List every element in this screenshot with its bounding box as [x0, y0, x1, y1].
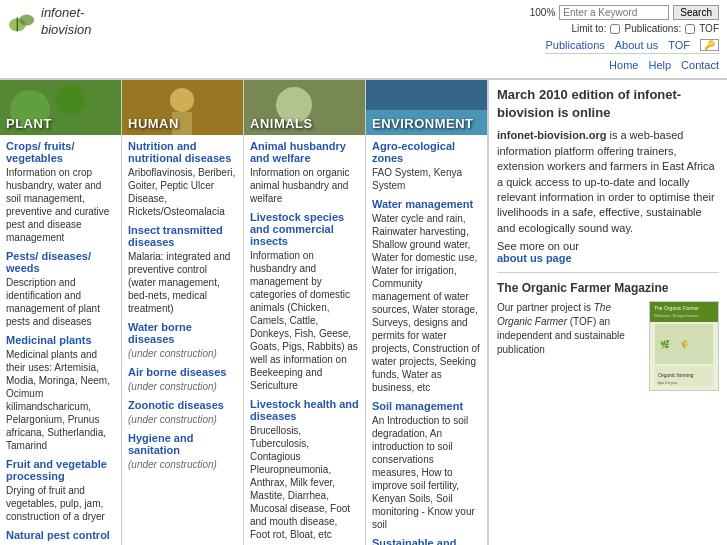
plant-text-4: Drying of fruit and vegetables, pulp, ja…: [6, 484, 115, 523]
organic-box: Our partner project is The Organic Farme…: [497, 301, 719, 391]
plant-column: PLANT Crops/ fruits/ vegetables Informat…: [0, 80, 122, 545]
nav-help[interactable]: Help: [648, 59, 671, 71]
top-right-area: 100% Search Limit to: Publications: TOF …: [530, 5, 719, 73]
march-title: March 2010 edition of infonet-biovision …: [497, 86, 719, 122]
animals-text-1: Information on organic animal husbandry …: [250, 166, 359, 205]
limit-label: Limit to:: [571, 23, 606, 34]
main-content: PLANT Crops/ fruits/ vegetables Informat…: [0, 79, 727, 545]
svg-text:The Organic Farmer: The Organic Farmer: [654, 305, 699, 311]
animals-label: ANIMALS: [250, 116, 313, 131]
animals-header: ANIMALS: [244, 80, 365, 135]
environment-content: Agro-ecological zones FAO System, Kenya …: [366, 135, 487, 545]
animals-column: ANIMALS Animal husbandry and welfare Inf…: [244, 80, 366, 545]
svg-text:tips for you: tips for you: [658, 380, 678, 385]
svg-text:🌿: 🌿: [660, 339, 670, 349]
human-header: HUMAN: [122, 80, 243, 135]
human-text-6: (under construction): [128, 458, 237, 471]
human-link-4[interactable]: Air borne diseases: [128, 366, 237, 378]
organic-title: The Organic Farmer Magazine: [497, 281, 719, 295]
logo-icon: [8, 8, 36, 36]
magazine-cover-svg: The Organic Farmer Welcome, Kenya farmer…: [650, 302, 718, 390]
animals-link-2[interactable]: Livestock species and commercial insects: [250, 211, 359, 247]
divider: [497, 272, 719, 273]
human-link-6[interactable]: Hygiene and sanitation: [128, 432, 237, 456]
human-text-4: (under construction): [128, 380, 237, 393]
publications-checkbox[interactable]: [610, 24, 620, 34]
svg-text:Welcome, Kenya farmers: Welcome, Kenya farmers: [654, 313, 699, 318]
zoom-label: 100%: [530, 7, 556, 18]
human-link-1[interactable]: Nutrition and nutritional diseases: [128, 140, 237, 164]
plant-link-2[interactable]: Pests/ diseases/ weeds: [6, 250, 115, 274]
human-link-5[interactable]: Zoonotic diseases: [128, 399, 237, 411]
environment-column: ENVIRONMENT Agro-ecological zones FAO Sy…: [366, 80, 488, 545]
key-icon: 🔑: [700, 39, 719, 51]
animals-text-3: Brucellosis, Tuberculosis, Contagious Pl…: [250, 424, 359, 541]
plant-link-1[interactable]: Crops/ fruits/ vegetables: [6, 140, 115, 164]
nav-contact[interactable]: Contact: [681, 59, 719, 71]
svg-text:🌾: 🌾: [680, 339, 690, 349]
tof-label: TOF: [699, 23, 719, 34]
env-link-3[interactable]: Soil management: [372, 400, 481, 412]
search-row: 100% Search: [530, 5, 719, 20]
human-column: HUMAN Nutrition and nutritional diseases…: [122, 80, 244, 545]
animals-link-1[interactable]: Animal husbandry and welfare: [250, 140, 359, 164]
env-link-4[interactable]: Sustainable and: [372, 537, 481, 545]
plant-text-3: Medicinal plants and their uses: Artemis…: [6, 348, 115, 452]
human-text-3: (under construction): [128, 347, 237, 360]
right-sidebar: March 2010 edition of infonet-biovision …: [488, 80, 727, 545]
plant-link-5[interactable]: Natural pest control: [6, 529, 115, 541]
plant-link-4[interactable]: Fruit and vegetable processing: [6, 458, 115, 482]
limit-row: Limit to: Publications: TOF: [571, 23, 719, 34]
plant-link-3[interactable]: Medicinal plants: [6, 334, 115, 346]
env-link-2[interactable]: Water management: [372, 198, 481, 210]
see-more-text: See more on our about us page: [497, 240, 719, 264]
env-text-1: FAO System, Kenya System: [372, 166, 481, 192]
env-text-3: An Introduction to soil degradation, An …: [372, 414, 481, 531]
environment-label: ENVIRONMENT: [372, 116, 474, 131]
about-us-link[interactable]: about us page: [497, 252, 572, 264]
human-text-5: (under construction): [128, 413, 237, 426]
plant-label: PLANT: [6, 116, 52, 131]
human-label: HUMAN: [128, 116, 179, 131]
organic-name: The Organic Farmer: [497, 302, 611, 327]
nav-home[interactable]: Home: [609, 59, 638, 71]
organic-magazine-image: The Organic Farmer Welcome, Kenya farmer…: [649, 301, 719, 391]
plant-content: Crops/ fruits/ vegetables Information on…: [0, 135, 121, 545]
site-name: infonet-biovision.org: [497, 129, 606, 141]
top-nav-links: Publications About us TOF 🔑: [545, 37, 719, 54]
svg-point-1: [19, 14, 34, 25]
animals-content: Animal husbandry and welfare Information…: [244, 135, 365, 545]
plant-text-2: Description and identification and manag…: [6, 276, 115, 328]
nav-tof[interactable]: TOF: [668, 39, 690, 51]
human-link-2[interactable]: Insect transmitted diseases: [128, 224, 237, 248]
human-content: Nutrition and nutritional diseases Aribo…: [122, 135, 243, 482]
tof-checkbox[interactable]: [685, 24, 695, 34]
animals-text-2: Information on husbandry and management …: [250, 249, 359, 392]
nav-about[interactable]: About us: [615, 39, 658, 51]
human-text-1: Ariboflavinosis, Beriberi, Goiter, Pepti…: [128, 166, 237, 218]
environment-header: ENVIRONMENT: [366, 80, 487, 135]
nav-publications[interactable]: Publications: [545, 39, 604, 51]
page-header: infonet- biovision 100% Search Limit to:…: [0, 0, 727, 79]
env-text-2: Water cycle and rain, Rainwater harvesti…: [372, 212, 481, 394]
human-text-2: Malaria: integrated and preventive contr…: [128, 250, 237, 315]
sidebar-intro: infonet-biovision.org is a web-based inf…: [497, 128, 719, 236]
animals-link-3[interactable]: Livestock health and diseases: [250, 398, 359, 422]
env-link-1[interactable]: Agro-ecological zones: [372, 140, 481, 164]
plant-header: PLANT: [0, 80, 121, 135]
search-button[interactable]: Search: [673, 5, 719, 20]
organic-text: Our partner project is The Organic Farme…: [497, 301, 643, 391]
publications-label: Publications:: [624, 23, 681, 34]
svg-text:Organic farming: Organic farming: [658, 372, 694, 378]
human-link-3[interactable]: Water borne diseases: [128, 321, 237, 345]
bottom-nav-links: Home Help Contact: [609, 57, 719, 73]
logo-text: infonet- biovision: [41, 5, 92, 39]
plant-text-1: Information on crop husbandry, water and…: [6, 166, 115, 244]
logo: infonet- biovision: [8, 5, 92, 39]
search-input[interactable]: [559, 5, 669, 20]
